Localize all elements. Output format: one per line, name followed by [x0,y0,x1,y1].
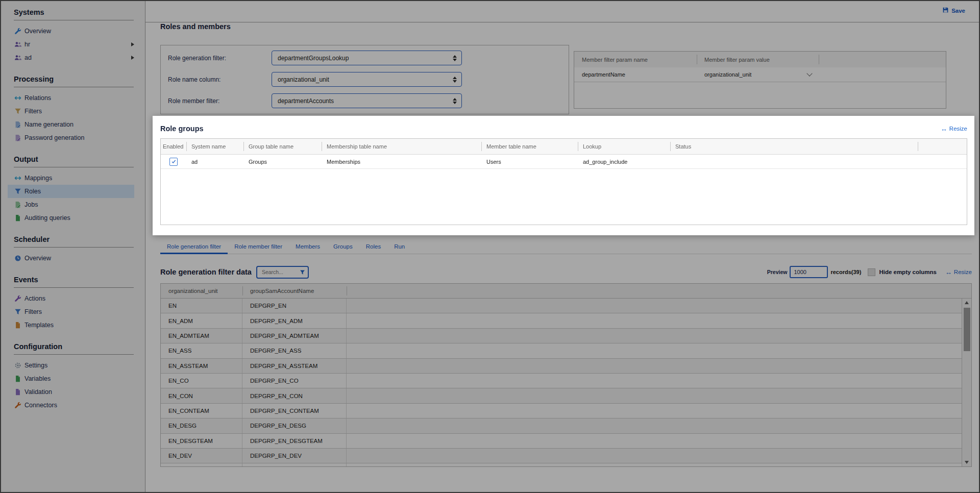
column-header: Enabled [161,139,186,154]
sidebar-item-label: Jobs [24,201,38,208]
param-row[interactable]: departmentNameorganizational_unit [574,67,946,82]
vertical-scrollbar[interactable] [962,299,971,466]
search-box [256,266,309,279]
filter-data-heading: Role generation filter data [160,268,252,276]
funnel-icon [14,108,22,115]
role-group-row[interactable]: adGroupsMembershipsUsersad_group_include [161,155,967,169]
sidebar-item-mappings[interactable]: Mappings [14,171,134,185]
table-row: EN_CONDEPGRP_EN_CON [161,388,962,403]
role-groups-resize-button[interactable]: ↔ Resize [941,126,967,132]
sidebar-item-label: Templates [24,322,54,329]
double-arrow-icon [14,175,22,182]
topbar: Save [145,1,979,22]
sidebar-item-auditing-queries[interactable]: Auditing queries [14,211,134,225]
scroll-down-button[interactable] [962,458,971,466]
table-row: EN_DESGDEPGRP_EN_DESG [161,418,962,433]
sidebar-section-title-configuration: Configuration [14,342,145,351]
save-icon [942,7,949,14]
sidebar-item-ad[interactable]: ad [14,51,134,64]
sidebar-item-password-generation[interactable]: Password generation [14,131,134,144]
select-value: organizational_unit [278,76,453,83]
sidebar-item-filters[interactable]: Filters [14,305,134,318]
preview-count-input[interactable] [790,266,828,278]
table-row: EN_CODEPGRP_EN_CO [161,374,962,388]
tab-members[interactable]: Members [289,241,327,254]
tab-role-generation-filter[interactable]: Role generation filter [160,241,228,254]
filter-data-table-header: organizational_unitgroupSamAccountName [161,284,971,299]
wrench-icon [14,402,22,409]
table-row: EN_DEVTEAMDEPGRP_EN_DEVTEAM [161,463,962,466]
preview-label: Preview [767,269,788,275]
resize-icon: ↔ [945,269,952,276]
search-input[interactable] [261,268,300,276]
scroll-up-button[interactable] [962,299,971,307]
roles-members-panels: Role generation filter:departmentGroupsL… [160,45,972,114]
enabled-checkbox[interactable] [169,158,178,166]
people-icon [14,41,22,48]
sidebar-item-actions[interactable]: Actions [14,292,134,305]
select-value: departmentGroupsLookup [278,55,453,62]
tab-roles[interactable]: Roles [359,241,387,254]
column-header: Group table name [243,139,322,154]
sidebar-item-overview[interactable]: Overview [14,24,134,38]
column-header: Membership table name [322,139,481,154]
sidebar-item-overview[interactable]: Overview [14,252,134,265]
records-count: records(39) [830,269,861,275]
table-row: EN_ASSTEAMDEPGRP_EN_ASSTEAM [161,359,962,374]
resize-label: Resize [954,269,972,275]
sidebar-item-hr[interactable]: hr [14,38,134,51]
expand-arrow-icon [131,42,134,46]
sidebar-item-validation[interactable]: Validation [14,385,134,399]
tab-groups[interactable]: Groups [327,241,359,254]
field-label: Role member filter: [168,97,272,105]
select-role-generation-filter[interactable]: departmentGroupsLookup [272,51,462,65]
column-header-empty [918,139,967,154]
doc-edit-icon [14,201,22,209]
sidebar-item-label: ad [24,54,32,61]
resize-label: Resize [949,126,967,132]
select-role-name-column[interactable]: organizational_unit [272,72,462,87]
hide-empty-columns-checkbox[interactable] [868,268,875,276]
gear-icon [14,362,22,369]
sidebar-item-filters[interactable]: Filters [14,105,134,118]
role-group-cell-member-table: Users [481,155,578,168]
main-area: Save Roles and members Role generation f… [145,1,979,492]
sidebar-item-templates[interactable]: Templates [14,318,134,332]
select-value: departmentAccounts [278,97,453,105]
param-value-dropdown[interactable]: organizational_unit [697,67,819,82]
table-cell: DEPGRP_EN_DESGTEAM [242,434,347,448]
double-arrow-icon [14,94,22,102]
table-cell: EN_CONTEAM [161,404,242,418]
stepper-icon [453,55,457,61]
sidebar-item-settings[interactable]: Settings [14,359,134,372]
param-value: organizational_unit [704,71,751,78]
doc-edit-icon [14,134,22,142]
table-cell: DEPGRP_EN_CON [242,388,347,403]
table-cell: EN_DEVTEAM [161,463,242,466]
save-label: Save [951,8,965,14]
table-cell: EN [161,299,242,313]
select-role-member-filter[interactable]: departmentAccounts [272,93,462,108]
table-cell-empty [347,299,962,313]
tab-run[interactable]: Run [387,241,411,254]
sidebar-item-variables[interactable]: Variables [14,372,134,385]
table-cell: EN_DESG [161,418,242,433]
chevron-down-icon [806,70,812,76]
sidebar-item-label: Filters [24,108,42,115]
sidebar-item-label: hr [24,41,30,48]
table-cell: DEPGRP_EN_ADM [242,313,347,328]
role-groups-table-header: EnabledSystem nameGroup table nameMember… [161,139,967,155]
save-button[interactable]: Save [942,7,965,14]
table-cell-empty [347,313,962,328]
sidebar-item-jobs[interactable]: Jobs [14,198,134,211]
section-divider [14,354,134,355]
tab-role-member-filter[interactable]: Role member filter [228,241,289,254]
sidebar-item-connectors[interactable]: Connectors [14,399,134,412]
hide-empty-columns-label: Hide empty columns [879,269,936,275]
table-cell: EN_DEV [161,449,242,463]
filter-data-resize-button[interactable]: ↔ Resize [945,269,972,276]
sidebar-item-roles[interactable]: Roles [8,185,134,198]
sidebar-item-relations[interactable]: Relations [14,91,134,105]
scrollbar-thumb[interactable] [964,308,970,351]
sidebar-item-name-generation[interactable]: Name generation [14,118,134,131]
